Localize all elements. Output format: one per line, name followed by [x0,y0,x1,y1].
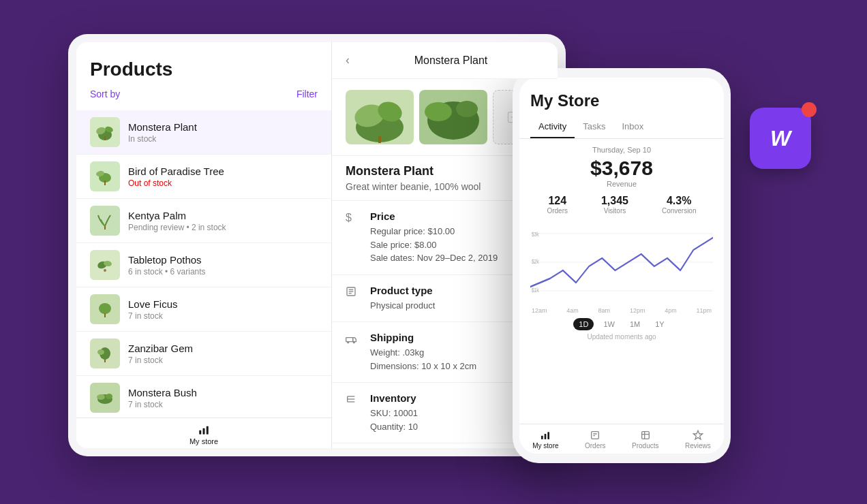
product-item-info: Bird of Paradise Tree Out of stock [128,166,318,188]
period-1y[interactable]: 1Y [650,318,669,330]
svg-point-18 [106,394,112,399]
svg-rect-19 [199,430,201,435]
phone-updated: Updated moments ago [530,333,713,341]
svg-rect-20 [203,428,205,435]
product-item-name: Bird of Paradise Tree [128,166,318,177]
product-image [90,161,120,191]
product-item[interactable]: Bird of Paradise Tree Out of stock [76,155,331,199]
x-label-5: 11pm [696,307,712,314]
svg-point-14 [97,349,104,355]
bottom-tab-reviews-label: Reviews [685,442,711,450]
product-item-status: Pending review • 2 in stock [128,223,318,232]
filter-button[interactable]: Filter [296,89,318,99]
tab-my-store[interactable]: My store [189,424,218,445]
detail-header-title: Monstera Plant [358,54,544,67]
phone-revenue: $3,678 [530,157,713,180]
chart-x-labels: 12am 4am 8am 12pm 4pm 11pm [530,307,713,314]
svg-point-38 [353,342,354,343]
product-image [90,206,120,236]
svg-rect-59 [548,432,550,439]
tab-inbox[interactable]: Inbox [613,116,652,138]
tab-tasks-label: Tasks [583,121,605,131]
product-image [90,338,120,368]
svg-rect-3 [104,136,106,140]
product-image [90,383,120,413]
period-1m[interactable]: 1M [624,318,645,330]
detail-image-1 [346,90,414,144]
product-item[interactable]: Monstera Plant In stock [76,110,331,155]
filter-row: Sort by Filter [90,86,318,105]
product-item-status: Out of stock [128,178,318,188]
phone-stats: 124 Orders 1,345 Visitors 4.3% Conversio… [530,195,713,215]
phone-chart: $3k $2k $1k [530,221,713,303]
bottom-tab-orders[interactable]: Orders [585,430,606,450]
product-item-info: Kentya Palm Pending review • 2 in stock [128,210,318,232]
product-item-status: 7 in stock [128,400,318,409]
svg-point-27 [425,102,452,121]
bottom-tab-products-label: Products [632,442,658,450]
tab-inbox-label: Inbox [622,121,643,131]
svg-rect-58 [545,434,547,439]
svg-rect-15 [104,359,106,362]
svg-text:$2k: $2k [532,259,539,266]
x-label-1: 4am [566,307,579,314]
woo-notification-badge [802,102,817,117]
stat-conversion-label: Conversion [662,207,697,215]
product-item-info: Tabletop Pothos 6 in stock • 6 variants [128,254,318,277]
product-item-status: 7 in stock [128,311,318,321]
svg-rect-25 [378,136,381,143]
product-item-info: Monstera Plant In stock [128,121,318,144]
product-item[interactable]: Zanzibar Gem 7 in stock [76,332,331,376]
bottom-tab-my-store[interactable]: My store [532,430,558,450]
svg-rect-10 [104,269,106,272]
product-image [90,250,120,280]
detail-header: ‹ Monstera Plant [332,42,558,79]
x-label-0: 12am [532,307,547,314]
tab-activity-label: Activity [538,121,566,131]
svg-text:$1k: $1k [532,287,539,294]
svg-rect-7 [104,226,106,230]
back-button[interactable]: ‹ [346,53,350,67]
product-item-info: Zanzibar Gem 7 in stock [128,343,318,365]
bottom-tab-products[interactable]: Products [632,430,658,450]
stat-conversion-value: 4.3% [662,195,697,207]
product-item[interactable]: Love Ficus 7 in stock [76,287,331,332]
sort-by-label[interactable]: Sort by [90,89,120,99]
stat-orders: 124 Orders [547,195,568,215]
bottom-tab-reviews[interactable]: Reviews [685,430,711,450]
product-item-status: 7 in stock [128,356,318,365]
shipping-icon [346,333,359,347]
svg-rect-36 [346,338,353,342]
product-item[interactable]: Kentya Palm Pending review • 2 in stock [76,199,331,243]
product-item-name: Zanzibar Gem [128,343,318,354]
period-1d[interactable]: 1D [573,318,594,330]
product-image [90,117,120,147]
phone-store-title: My Store [530,91,713,110]
woo-logo-text: W [770,126,791,151]
period-buttons: 1D 1W 1M 1Y [530,318,713,330]
product-item[interactable]: Monstera Bush 7 in stock [76,376,331,418]
product-item[interactable]: Tabletop Pothos 6 in stock • 6 variants [76,243,331,287]
product-type-icon [346,286,359,300]
product-image [90,294,120,324]
products-panel: Products Sort by Filter Monstera Plant I… [76,42,332,448]
tablet-bottom-bar: My store [76,418,331,448]
tab-tasks[interactable]: Tasks [575,116,613,138]
svg-rect-12 [104,313,106,317]
tablet: Products Sort by Filter Monstera Plant I… [68,34,566,456]
svg-text:$3k: $3k [532,231,539,238]
bottom-tab-orders-label: Orders [585,442,606,450]
x-label-4: 4pm [665,307,677,314]
tab-label: My store [189,437,218,445]
stat-conversion: 4.3% Conversion [662,195,697,215]
phone-header: My Store [519,78,724,116]
inventory-icon [346,394,359,407]
phone: My Store Activity Tasks Inbox Thursday, … [513,68,731,463]
svg-rect-21 [207,426,209,435]
period-1w[interactable]: 1W [598,318,620,330]
svg-rect-57 [541,436,543,439]
x-label-2: 8am [598,307,611,314]
tab-activity[interactable]: Activity [530,116,575,138]
products-title: Products [90,59,318,80]
svg-point-28 [456,101,478,117]
